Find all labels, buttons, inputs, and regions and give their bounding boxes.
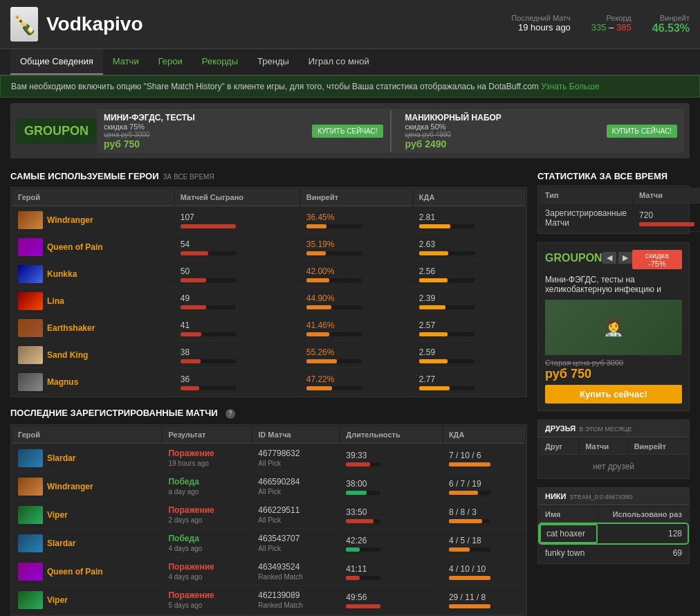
nick-row: funky town 69 [540, 545, 688, 562]
match-id[interactable]: 467798632 [258, 449, 300, 458]
match-result-cell: Победа 4 days ago [163, 530, 251, 557]
help-icon[interactable]: ? [225, 409, 235, 419]
match-duration-cell: 38:00 [340, 473, 442, 500]
stats-row: Зарегистрированные Матчи 720 46.53% [540, 205, 700, 232]
match-mode: All Pick [258, 516, 281, 524]
ad-next-button[interactable]: ▶ [618, 252, 632, 264]
header-left: Vodkapivo [10, 7, 143, 42]
ad-buy-button-right[interactable]: Купить сейчас! [545, 385, 682, 404]
match-mode: Ranked Match [258, 573, 302, 581]
hero-winrate: 41.46% [301, 316, 412, 341]
match-hero-icon [18, 534, 43, 552]
hero-name[interactable]: Sand King [47, 350, 88, 360]
match-id[interactable]: 463493524 [258, 562, 300, 572]
hero-icon [18, 265, 43, 283]
nick-name: cat hoaxer [540, 524, 598, 543]
hero-cell: Earthshaker [12, 316, 174, 341]
recent-matches-table: Герой Результат ID Матча Длительность КД… [10, 424, 527, 616]
match-hero-icon [18, 478, 43, 496]
match-mode: Ranked Match [258, 601, 302, 609]
hero-table-row: Sand King 38 55.26% 2.59 [12, 343, 525, 368]
match-kda: 7 / 10 / 6 [449, 451, 481, 460]
match-result-cell: Поражение 2 days ago [163, 502, 251, 529]
match-id[interactable]: 466590284 [258, 477, 300, 487]
hero-cell: Windranger [12, 208, 174, 233]
hero-table-row: Queen of Pain 54 35.19% 2.63 [12, 235, 525, 260]
match-id[interactable]: 462139089 [258, 590, 300, 600]
col-winrate: Винрейт [301, 189, 412, 206]
ad-prev-button[interactable]: ◀ [602, 252, 616, 264]
winrate-stat: Винрейт 46.53% [652, 14, 690, 35]
match-id[interactable]: 466229511 [258, 505, 300, 515]
match-result: Поражение [168, 562, 214, 572]
match-hero-cell: Queen of Pain [12, 559, 161, 586]
hero-name[interactable]: Lina [47, 296, 64, 306]
hero-name[interactable]: Windranger [47, 215, 93, 225]
right-column: СТАТИСТИКА ЗА ВСЕ ВРЕМЯ Тип Матчи Винрей… [537, 171, 690, 616]
nicks-col-uses: Использовано раз [599, 507, 688, 523]
nav: Общие Сведения Матчи Герои Рекорды Тренд… [0, 49, 700, 75]
hero-name[interactable]: Magnus [47, 377, 78, 387]
match-table-row: Queen of Pain Поражение 4 days ago 46349… [12, 559, 525, 586]
hero-kda: 2.56 [414, 262, 525, 287]
ad-nav: ◀ ▶ [602, 252, 632, 264]
hero-kda: 2.81 [414, 208, 525, 233]
ad-right-panel: GROUPON ◀ ▶ скидка -75% Мини-ФЭГДС, тест… [537, 242, 690, 411]
hero-name[interactable]: Kunkka [47, 269, 77, 279]
match-result: Победа [168, 534, 199, 543]
hero-matches: 50 [175, 262, 300, 287]
match-result: Поражение [168, 590, 214, 600]
left-column: САМЫЕ ИСПОЛЬЗУЕМЫЕ ГЕРОИ ЗА ВСЕ ВРЕМЯ Ге… [10, 171, 527, 616]
match-id[interactable]: 463543707 [258, 534, 300, 543]
match-col-id: ID Матча [252, 426, 339, 444]
hero-table-row: Lina 49 44.90% 2.39 [12, 289, 525, 314]
col-matches: Матчей Сыграно [175, 189, 300, 206]
most-used-heroes-table: Герой Матчей Сыграно Винрейт КДА Windran… [10, 187, 527, 397]
match-hero-name[interactable]: Slardar [47, 453, 75, 463]
ad-discount-badge: скидка -75% [632, 250, 682, 269]
match-hero-name[interactable]: Viper [47, 595, 68, 605]
ad-buy-button-2[interactable]: КУПИТЬ СЕЙЧАС! [607, 125, 677, 138]
nicks-header: НИКИ STEAM_0:0:48674380 [538, 488, 689, 505]
match-time: 4 days ago [168, 545, 202, 552]
match-time: a day ago [168, 488, 199, 496]
match-hero-name[interactable]: Slardar [47, 538, 75, 548]
header-stats: Последний Матч 19 hours ago Рекорд 335 –… [511, 14, 690, 35]
friends-col-matches: Матчи [580, 439, 627, 455]
nav-item-matches[interactable]: Матчи [103, 49, 149, 75]
match-hero-name[interactable]: Windranger [47, 482, 93, 491]
match-hero-name[interactable]: Viper [47, 510, 68, 520]
match-duration-cell: 41:11 [340, 559, 442, 586]
hero-cell: Sand King [12, 343, 174, 368]
match-id-cell: 463543707 All Pick [252, 530, 339, 557]
nav-item-heroes[interactable]: Герои [149, 49, 192, 75]
match-duration: 33:50 [346, 507, 367, 517]
ad-new-price: руб 750 [545, 367, 682, 381]
ad-buy-button-1[interactable]: КУПИТЬ СЕЙЧАС! [312, 125, 383, 138]
recent-matches-section-header: ПОСЛЕДНИЕ ЗАРЕГИСТРИРОВАННЫЕ МАТЧИ ? [10, 408, 527, 419]
nav-item-overview[interactable]: Общие Сведения [10, 49, 103, 75]
match-kda: 4 / 5 / 18 [449, 536, 481, 545]
match-hero-name[interactable]: Queen of Pain [47, 567, 103, 577]
hero-cell: Kunkka [12, 262, 174, 287]
match-hero-icon [18, 506, 43, 524]
alert-link[interactable]: Узнать Больше [541, 82, 599, 91]
hero-matches: 38 [175, 343, 300, 368]
nav-item-records[interactable]: Рекорды [192, 49, 248, 75]
hero-cell: Magnus [12, 370, 174, 395]
match-result-cell: Поражение 5 days ago [163, 587, 251, 614]
hero-icon [18, 373, 43, 391]
stats-table: Тип Матчи Винрейт Зарегистрированные Мат… [538, 186, 700, 233]
nav-item-played-with[interactable]: Играл со мной [299, 49, 379, 75]
ad-groupon-logo: GROUPON [545, 252, 602, 264]
hero-name[interactable]: Queen of Pain [47, 242, 103, 252]
alert-banner: Вам необходимо включить опцию "Share Mat… [0, 75, 700, 98]
hero-icon [18, 211, 43, 229]
ad-image: 👩‍⚕️ [545, 300, 682, 355]
nav-item-trends[interactable]: Тренды [248, 49, 299, 75]
hero-table-row: Earthshaker 41 41.46% 2.57 [12, 316, 525, 341]
hero-name[interactable]: Earthshaker [47, 323, 95, 333]
hero-kda: 2.57 [414, 316, 525, 341]
hero-icon [18, 346, 43, 364]
hero-winrate: 44.90% [301, 289, 412, 314]
